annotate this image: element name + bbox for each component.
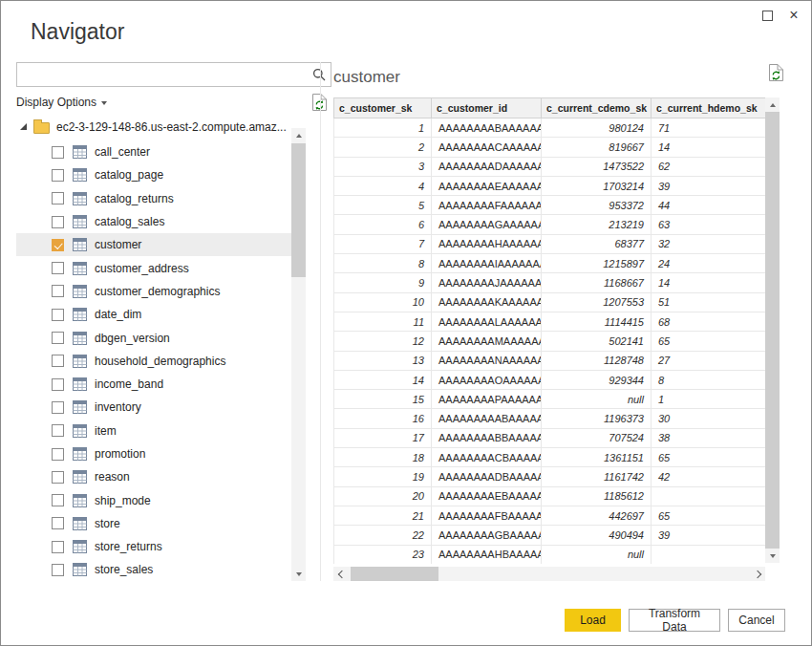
maximize-icon	[762, 11, 773, 21]
preview-cell: AAAAAAAALAAAAAAA	[432, 312, 542, 331]
preview-cell: 71	[652, 118, 766, 138]
preview-cell: AAAAAAAAKAAAAAAA	[432, 292, 542, 312]
table-checkbox[interactable]	[52, 216, 64, 228]
load-button[interactable]: Load	[565, 609, 621, 632]
scroll-down-button[interactable]	[765, 549, 780, 563]
tree-item-label: household_demographics	[95, 355, 225, 368]
preview-cell: 23	[334, 545, 432, 564]
scroll-thumb[interactable]	[351, 567, 438, 581]
tree-item-store_sales[interactable]: store_sales	[16, 558, 291, 581]
preview-cell: 1207553	[542, 292, 652, 312]
preview-cell: 30	[652, 409, 766, 428]
tree-item-income_band[interactable]: income_band	[16, 373, 291, 396]
scroll-thumb[interactable]	[291, 143, 306, 277]
preview-cell: AAAAAAAAEAAAAAAA	[432, 176, 542, 195]
preview-cell: 980124	[542, 118, 652, 138]
scroll-down-button[interactable]	[291, 567, 306, 581]
preview-cell: 18	[334, 448, 432, 467]
tree-item-customer_address[interactable]: customer_address	[16, 256, 291, 279]
preview-cell: 1361151	[542, 448, 652, 467]
collapse-icon[interactable]	[20, 123, 27, 130]
table-checkbox[interactable]	[52, 262, 64, 274]
maximize-button[interactable]	[758, 6, 777, 25]
tree-item-customer[interactable]: customer	[16, 233, 291, 256]
tree-item-store_returns[interactable]: store_returns	[16, 535, 291, 558]
scroll-left-button[interactable]	[333, 567, 348, 581]
display-options-label: Display Options	[16, 96, 96, 109]
table-checkbox[interactable]	[52, 424, 64, 437]
tree-item-promotion[interactable]: promotion	[16, 442, 291, 465]
preview-refresh-button[interactable]	[768, 64, 784, 84]
scroll-right-button[interactable]	[751, 567, 765, 581]
table-icon	[73, 262, 87, 275]
close-button[interactable]: ×	[784, 6, 803, 25]
preview-cell: 8	[334, 254, 432, 273]
preview-cell: 442697	[542, 506, 652, 525]
tree-root-server[interactable]: ec2-3-129-148-86.us-east-2.compute.amaz.…	[16, 116, 291, 139]
chevron-down-icon	[101, 101, 107, 105]
table-checkbox[interactable]	[52, 169, 64, 182]
table-checkbox[interactable]	[52, 517, 64, 529]
tree-item-item[interactable]: item	[16, 420, 291, 442]
table-checkbox[interactable]	[52, 285, 64, 297]
table-icon	[73, 285, 87, 298]
preview-cell: 20	[334, 486, 432, 506]
preview-cell: 3	[334, 157, 432, 176]
scroll-up-button[interactable]	[765, 97, 780, 112]
table-checkbox[interactable]	[52, 448, 64, 461]
scroll-thumb[interactable]	[765, 112, 780, 549]
preview-cell: 819667	[542, 138, 652, 157]
table-checkbox[interactable]	[52, 239, 64, 251]
tree-item-household_demographics[interactable]: household_demographics	[16, 350, 291, 373]
tree-item-catalog_sales[interactable]: catalog_sales	[16, 210, 291, 233]
preview-cell: 39	[652, 176, 766, 195]
preview-cell: AAAAAAAABBAAAAAA	[432, 428, 542, 447]
tree-item-label: catalog_sales	[95, 215, 164, 228]
preview-cell	[652, 486, 766, 506]
table-icon	[73, 355, 87, 368]
table-checkbox[interactable]	[52, 401, 64, 414]
table-checkbox[interactable]	[52, 332, 64, 344]
table-icon	[73, 540, 87, 553]
preview-cell: 21	[334, 506, 432, 525]
table-checkbox[interactable]	[52, 564, 64, 576]
tree-item-catalog_page[interactable]: catalog_page	[16, 163, 291, 186]
table-checkbox[interactable]	[52, 146, 64, 159]
tree-item-inventory[interactable]: inventory	[16, 396, 291, 419]
table-checkbox[interactable]	[52, 192, 64, 205]
tree-item-ship_mode[interactable]: ship_mode	[16, 488, 291, 511]
tree-item-reason[interactable]: reason	[16, 465, 291, 488]
scroll-up-button[interactable]	[291, 128, 306, 142]
table-checkbox[interactable]	[52, 471, 64, 484]
preview-horizontal-scrollbar[interactable]	[333, 567, 765, 581]
transform-data-button[interactable]: Transform Data	[629, 609, 720, 632]
search-input[interactable]	[17, 63, 308, 86]
preview-cell: 707524	[542, 428, 652, 447]
tree-item-date_dim[interactable]: date_dim	[16, 303, 291, 326]
sidebar-scrollbar[interactable]	[291, 128, 306, 581]
tree-item-dbgen_version[interactable]: dbgen_version	[16, 326, 291, 349]
table-checkbox[interactable]	[52, 494, 64, 506]
tree-item-store[interactable]: store	[16, 512, 291, 535]
tree-item-label: promotion	[95, 447, 145, 461]
preview-cell: 22	[334, 526, 432, 545]
preview-cell: 39	[652, 526, 766, 545]
table-icon	[73, 332, 87, 345]
preview-cell: 5	[334, 196, 432, 215]
search-icon[interactable]	[308, 68, 331, 81]
preview-vertical-scrollbar[interactable]	[765, 97, 780, 563]
preview-row: 8AAAAAAAAIAAAAAAA121589724	[334, 254, 766, 273]
page-title: Navigator	[31, 19, 124, 45]
table-checkbox[interactable]	[52, 309, 64, 321]
table-checkbox[interactable]	[52, 355, 64, 367]
tree-item-call_center[interactable]: call_center	[16, 140, 291, 163]
cancel-button[interactable]: Cancel	[728, 609, 785, 632]
preview-cell: 213219	[542, 215, 652, 234]
tree-item-customer_demographics[interactable]: customer_demographics	[16, 280, 291, 303]
table-checkbox[interactable]	[52, 541, 64, 553]
preview-cell: AAAAAAAAFBAAAAAA	[432, 506, 542, 525]
table-checkbox[interactable]	[52, 378, 64, 391]
display-options-button[interactable]: Display Options	[16, 96, 107, 109]
tree-item-catalog_returns[interactable]: catalog_returns	[16, 187, 291, 210]
preview-cell: AAAAAAAAGAAAAAAA	[432, 215, 542, 234]
